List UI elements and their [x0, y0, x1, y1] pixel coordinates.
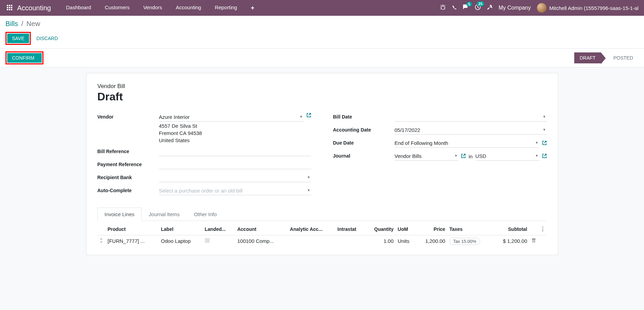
currency-input[interactable] — [475, 152, 539, 161]
col-landed[interactable]: Landed... — [203, 223, 235, 235]
delete-row-icon[interactable] — [529, 235, 538, 247]
systray: 5 25 My Company Mitchell Admin (15557996… — [440, 3, 641, 13]
invoice-lines-table: Product Label Landed... Account Analytic… — [97, 223, 547, 247]
col-intrastat[interactable]: Intrastat — [336, 223, 365, 235]
external-link-icon[interactable] — [542, 140, 547, 146]
status-draft[interactable]: DRAFT — [574, 52, 601, 63]
bill-reference-input[interactable] — [159, 147, 311, 156]
col-product[interactable]: Product — [106, 223, 159, 235]
status-bar: CONFIRM DRAFT POSTED — [0, 49, 644, 67]
journal-label: Journal — [333, 152, 395, 159]
breadcrumb-current: New — [26, 20, 40, 27]
save-highlight: SAVE — [5, 32, 31, 45]
user-name: Mitchell Admin (15557996-saas-15-1-al — [549, 5, 639, 11]
menu-customers[interactable]: Customers — [99, 1, 135, 15]
menu-reporting[interactable]: Reporting — [209, 1, 242, 15]
tools-icon[interactable] — [487, 4, 492, 11]
company-switcher[interactable]: My Company — [499, 5, 531, 11]
save-button[interactable]: SAVE — [7, 34, 29, 43]
external-link-icon[interactable] — [461, 153, 466, 159]
payment-reference-input[interactable] — [159, 160, 311, 169]
col-quantity[interactable]: Quantity — [365, 223, 396, 235]
recipient-bank-label: Recipient Bank — [97, 173, 159, 180]
navbar: Accounting Dashboard Customers Vendors A… — [0, 0, 644, 16]
avatar-icon — [537, 3, 547, 13]
payment-reference-label: Payment Reference — [97, 160, 159, 167]
col-taxes[interactable]: Taxes — [447, 223, 492, 235]
main-menu: Dashboard Customers Vendors Accounting R… — [61, 1, 260, 15]
activities-badge: 25 — [477, 1, 484, 6]
tax-tag[interactable]: Tax 15.00% — [449, 238, 480, 245]
drag-handle-icon[interactable] — [97, 235, 106, 247]
svg-marker-2 — [100, 241, 103, 243]
accounting-date-label: Accounting Date — [333, 126, 395, 133]
confirm-button[interactable]: CONFIRM — [7, 53, 42, 63]
landed-checkbox-icon — [205, 238, 210, 243]
col-analytic[interactable]: Analytic Acc... — [288, 223, 336, 235]
bill-date-label: Bill Date — [333, 113, 395, 120]
due-date-label: Due Date — [333, 139, 395, 146]
cell-landed[interactable] — [203, 235, 235, 247]
due-date-input[interactable] — [395, 139, 539, 148]
col-label[interactable]: Label — [159, 223, 203, 235]
bill-date-input[interactable] — [395, 113, 547, 122]
user-menu[interactable]: Mitchell Admin (15557996-saas-15-1-al — [537, 3, 639, 13]
tab-other-info[interactable]: Other Info — [187, 208, 224, 221]
confirm-highlight: CONFIRM — [5, 51, 43, 64]
vendor-input[interactable] — [159, 113, 304, 122]
table-row[interactable]: [FURN_7777] ... Odoo Laptop 100100 Comp.… — [97, 235, 547, 247]
cell-analytic[interactable] — [288, 235, 336, 247]
bug-icon[interactable] — [440, 4, 446, 11]
menu-add-icon[interactable]: + — [245, 1, 260, 15]
bill-reference-label: Bill Reference — [97, 147, 159, 154]
notebook-tabs: Invoice Lines Journal Items Other Info — [97, 208, 547, 221]
status-posted[interactable]: POSTED — [608, 52, 639, 63]
tab-journal-items[interactable]: Journal Items — [142, 208, 187, 221]
table-header-row: Product Label Landed... Account Analytic… — [97, 223, 547, 235]
journal-in-label: in — [469, 153, 473, 159]
control-panel: Bills / New SAVE DISCARD — [0, 16, 644, 49]
journal-input[interactable] — [395, 152, 459, 161]
external-link-icon[interactable] — [542, 153, 547, 159]
tab-invoice-lines[interactable]: Invoice Lines — [97, 208, 142, 221]
accounting-date-input[interactable] — [395, 126, 547, 135]
kebab-icon[interactable]: ⋮ — [540, 226, 545, 232]
cell-uom[interactable]: Units — [396, 235, 416, 247]
messages-badge: 5 — [466, 2, 472, 7]
discard-button[interactable]: DISCARD — [36, 34, 58, 43]
cell-quantity[interactable]: 1.00 — [365, 235, 396, 247]
menu-dashboard[interactable]: Dashboard — [61, 1, 96, 15]
breadcrumb: Bills / New — [5, 20, 639, 28]
external-link-icon[interactable] — [306, 113, 311, 119]
cell-taxes[interactable]: Tax 15.00% — [447, 235, 492, 247]
cell-account[interactable]: 100100 Comp... — [235, 235, 288, 247]
activities-icon[interactable]: 25 — [475, 4, 481, 12]
col-subtotal[interactable]: Subtotal — [492, 223, 529, 235]
menu-vendors[interactable]: Vendors — [138, 1, 168, 15]
cell-subtotal: $ 1,200.00 — [492, 235, 529, 247]
cell-intrastat[interactable] — [336, 235, 365, 247]
sheet-title: Draft — [97, 90, 547, 103]
vendor-address-city: Fremont CA 94538 — [159, 130, 304, 136]
col-account[interactable]: Account — [235, 223, 288, 235]
cell-product[interactable]: [FURN_7777] ... — [106, 235, 159, 247]
vendor-address-street: 4557 De Silva St — [159, 123, 304, 129]
messages-icon[interactable]: 5 — [463, 4, 469, 11]
autocomplete-input[interactable] — [159, 186, 311, 195]
menu-accounting[interactable]: Accounting — [170, 1, 207, 15]
autocomplete-label: Auto-Complete — [97, 186, 159, 193]
cell-label[interactable]: Odoo Laptop — [159, 235, 203, 247]
col-price[interactable]: Price — [416, 223, 447, 235]
vendor-label: Vendor — [97, 113, 159, 120]
form-sheet: Vendor Bill Draft Vendor ▼ 4557 De Silva… — [86, 73, 558, 255]
col-uom[interactable]: UoM — [396, 223, 416, 235]
sheet-subtitle: Vendor Bill — [97, 83, 547, 90]
phone-icon[interactable] — [452, 5, 457, 11]
svg-marker-1 — [100, 238, 103, 239]
breadcrumb-root[interactable]: Bills — [5, 20, 18, 27]
recipient-bank-input[interactable] — [159, 173, 311, 182]
vendor-address-country: United States — [159, 137, 304, 143]
apps-icon[interactable] — [7, 5, 13, 11]
brand[interactable]: Accounting — [17, 4, 51, 12]
cell-price[interactable]: 1,200.00 — [416, 235, 447, 247]
